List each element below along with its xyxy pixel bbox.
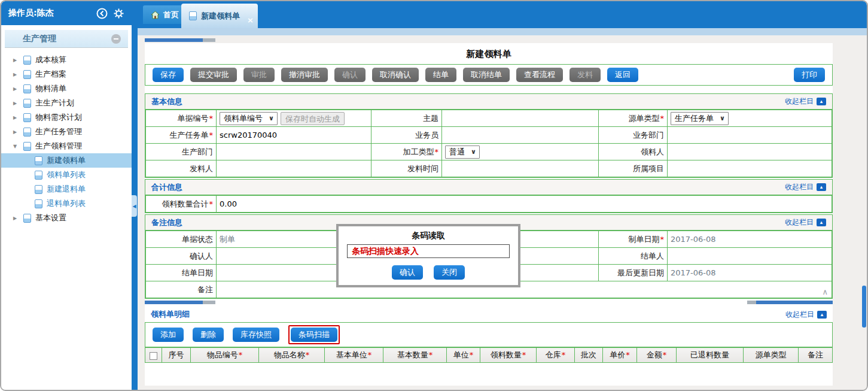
chevron-right-icon[interactable]: ▶	[13, 101, 19, 106]
document-icon	[35, 185, 42, 194]
hscrollbar-top[interactable]	[145, 38, 215, 42]
sidebar-item-物料清单[interactable]: ▶物料清单	[1, 81, 132, 96]
detail-table: 序号物品编号*物品名称*基本单位*基本数量*单位*领料数量*仓库*批次单价*金额…	[145, 347, 833, 363]
sidebar-item-退料单列表[interactable]: 退料单列表	[1, 196, 132, 211]
toolbar-button-发料: 发料	[569, 68, 601, 82]
tab-home[interactable]: 首页	[143, 5, 187, 24]
sidebar-item-成本核算[interactable]: ▶成本核算	[1, 53, 132, 67]
total-info-table: 领料数量合计*0.00	[145, 195, 832, 213]
chevron-down-icon: ∨	[269, 114, 274, 122]
gear-icon[interactable]	[113, 8, 124, 19]
dialog-close-button[interactable]: 关闭	[434, 265, 465, 280]
sidebar-item-领料单列表[interactable]: 领料单列表	[1, 168, 132, 182]
toolbar-button-保存[interactable]: 保存	[153, 68, 184, 82]
sidebar-item-新建领料单[interactable]: 新建领料单	[1, 153, 132, 168]
field-value[interactable]	[442, 160, 599, 177]
column-header-源单类型: 源单类型	[744, 348, 799, 363]
toolbar-button-取消确认[interactable]: 取消确认	[372, 68, 419, 82]
column-header-基本单位: 基本单位*	[325, 348, 383, 363]
dropdown-领料单编号[interactable]: 领料单编号∨	[220, 112, 278, 125]
detail-button-添加[interactable]: 添加	[153, 328, 184, 342]
chevron-right-icon[interactable]: ▶	[13, 57, 19, 63]
detail-button-条码扫描[interactable]: 条码扫描	[291, 328, 337, 342]
column-header-金额: 金额*	[637, 348, 677, 363]
document-icon	[23, 56, 31, 65]
collapse-section-link[interactable]: 收起栏目▴	[785, 310, 827, 320]
chevron-right-icon[interactable]: ▶	[13, 86, 19, 92]
toolbar-button-返回[interactable]: 返回	[607, 68, 638, 82]
select-all-checkbox[interactable]	[150, 352, 157, 360]
field-value[interactable]: ∧∨	[217, 281, 832, 298]
toolbar-button-取消结单[interactable]: 取消结单	[463, 68, 510, 82]
field-value[interactable]	[442, 127, 599, 144]
vscrollbar-right[interactable]	[862, 286, 866, 328]
field-value[interactable]	[668, 248, 832, 265]
sidebar-item-label: 成本核算	[35, 54, 66, 65]
chevron-right-icon[interactable]: ▶	[13, 129, 19, 135]
detail-header-row: 序号物品编号*物品名称*基本单位*基本数量*单位*领料数量*仓库*批次单价*金额…	[145, 348, 833, 363]
dropdown-普通[interactable]: 普通∨	[445, 146, 480, 159]
textarea-scroll-arrows[interactable]: ∧∨	[822, 287, 828, 293]
field-label: 领料数量合计*	[146, 196, 217, 213]
toolbar-button-撤消审批[interactable]: 撤消审批	[281, 68, 328, 82]
sidebar-item-label: 生产档案	[35, 69, 66, 80]
field-value[interactable]: 2017-06-08	[668, 231, 832, 248]
section-basic-info: 基本信息 收起栏目▴ 单据编号*领料单编号∨保存时自动生成主题源单类型*生产任务…	[145, 93, 833, 178]
field-value[interactable]: 2017-06-08	[668, 265, 832, 281]
required-asterisk: *	[660, 114, 665, 123]
chevron-right-icon[interactable]: ▶	[13, 216, 19, 221]
dialog-title: 条码读取	[347, 231, 510, 241]
sidebar-item-新建退料单[interactable]: 新建退料单	[1, 182, 132, 196]
collapse-minus-icon[interactable]	[111, 34, 121, 44]
toolbar-button-结单[interactable]: 结单	[425, 68, 456, 82]
field-value[interactable]	[668, 127, 832, 144]
required-asterisk: *	[470, 350, 474, 359]
field-label: 备注	[146, 281, 217, 298]
sidebar-header: 操作员:陈杰	[1, 1, 132, 25]
sidebar-item-物料需求计划[interactable]: ▶物料需求计划	[1, 110, 132, 125]
toolbar-button-提交审批[interactable]: 提交审批	[190, 68, 237, 82]
field-value[interactable]	[668, 144, 832, 160]
detail-button-库存快照[interactable]: 库存快照	[233, 328, 279, 342]
field-value[interactable]: 生产任务单∨	[668, 110, 832, 127]
close-icon[interactable]: ×	[247, 16, 254, 25]
field-label: 生产部门	[146, 144, 217, 160]
sidebar-item-生产领料管理[interactable]: ▼生产领料管理	[1, 139, 132, 153]
field-value[interactable]: scrw20170040	[217, 127, 371, 144]
sidebar-item-label: 生产领料管理	[35, 141, 82, 151]
sidebar-collapse-handle[interactable]: ◀	[132, 195, 137, 217]
chevron-down-icon[interactable]: ▼	[13, 144, 19, 149]
field-value[interactable]: 普通∨	[442, 144, 599, 160]
sidebar-item-基本设置[interactable]: ▶基本设置	[1, 211, 132, 225]
collapse-section-link[interactable]: 收起栏目▴	[785, 96, 826, 107]
field-value[interactable]	[217, 144, 371, 160]
print-button[interactable]: 打印	[794, 68, 825, 82]
detail-toolbar: 添加删除库存快照条码扫描	[145, 322, 833, 347]
section-title: 备注信息	[151, 217, 182, 228]
back-circle-icon[interactable]	[96, 8, 108, 19]
column-header-基本数量: 基本数量*	[383, 348, 447, 363]
collapse-section-link[interactable]: 收起栏目▴	[785, 182, 826, 192]
sidebar-group-header[interactable]: 生产管理	[5, 30, 128, 48]
field-value[interactable]	[217, 160, 371, 177]
toolbar-button-查看流程[interactable]: 查看流程	[516, 68, 563, 82]
field-value[interactable]	[668, 160, 832, 177]
sidebar-item-主生产计划[interactable]: ▶主生产计划	[1, 96, 132, 110]
chevron-right-icon[interactable]: ▶	[13, 72, 19, 77]
tab-new-requisition[interactable]: 新建领料单 ×	[181, 4, 258, 28]
field-value[interactable]	[442, 110, 599, 127]
field-value[interactable]: 领料单编号∨保存时自动生成	[217, 110, 371, 127]
column-header-领料数量: 领料数量*	[480, 348, 537, 363]
sidebar-item-生产档案[interactable]: ▶生产档案	[1, 67, 132, 81]
field-value[interactable]: 0.00	[217, 196, 832, 213]
confirm-button[interactable]: 确认	[392, 265, 423, 280]
dropdown-生产任务单[interactable]: 生产任务单∨	[671, 112, 729, 125]
required-asterisk: *	[522, 350, 526, 359]
collapse-section-link[interactable]: 收起栏目▴	[785, 217, 826, 228]
detail-button-删除[interactable]: 删除	[193, 328, 224, 342]
barcode-input[interactable]: 条码扫描快速录入	[347, 244, 510, 258]
hscrollbars-middle[interactable]	[145, 301, 833, 305]
chevron-right-icon[interactable]: ▶	[13, 115, 19, 120]
sidebar-item-生产任务管理[interactable]: ▶生产任务管理	[1, 125, 132, 139]
sidebar-item-label: 新建退料单	[47, 184, 86, 195]
